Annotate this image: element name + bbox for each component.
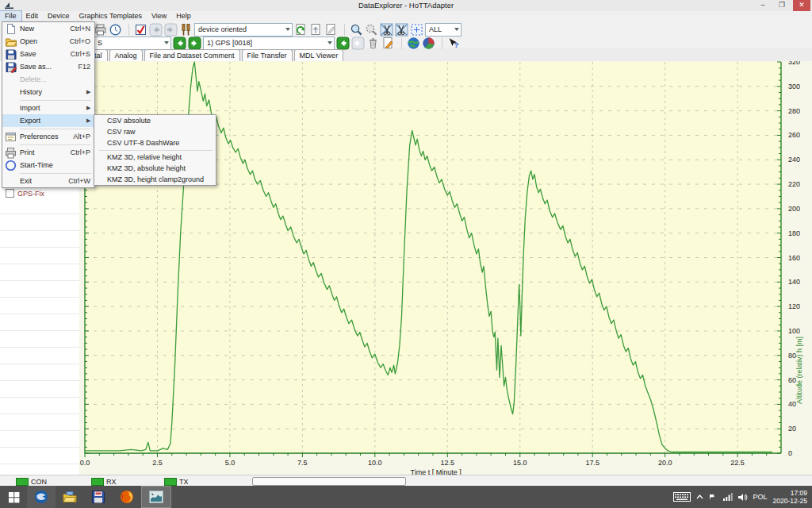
menu-edit[interactable]: Edit xyxy=(21,11,44,21)
menubar: FileEditDeviceGraphics TemplatesViewHelp xyxy=(0,11,812,21)
channel-select[interactable]: ALL xyxy=(425,23,462,37)
kmz-globe-icon[interactable] xyxy=(422,37,435,50)
file-menu-item-history[interactable]: History▶ xyxy=(2,86,94,98)
fit-graph-icon[interactable] xyxy=(410,23,423,37)
keyboard-icon[interactable] xyxy=(673,492,691,502)
dataexplorer-button[interactable] xyxy=(141,486,171,508)
svg-text:20: 20 xyxy=(788,425,796,433)
menu-item-label: Print xyxy=(20,148,67,156)
toolbar-separator xyxy=(396,37,402,49)
zoom-icon[interactable] xyxy=(350,23,363,37)
restore-button[interactable]: ❐ xyxy=(774,0,790,11)
context-help-icon[interactable]: ? xyxy=(447,37,461,50)
clock-icon[interactable] xyxy=(109,23,122,37)
trash-icon[interactable] xyxy=(366,37,380,50)
forward-arrow-icon[interactable] xyxy=(164,23,178,37)
file-menu-item-save[interactable]: SaveCtrl+S xyxy=(2,48,94,60)
close-button[interactable]: ✕ xyxy=(793,0,810,11)
tab-bar: talAnalogFile and Dataset CommentFile Tr… xyxy=(89,48,343,61)
tab-mdl-viewer[interactable]: MDL Viewer xyxy=(294,49,344,61)
menu-graphics-templates[interactable]: Graphics Templates xyxy=(75,11,147,21)
menu-item-shortcut: F12 xyxy=(78,63,92,71)
record-set-icon[interactable] xyxy=(134,23,147,37)
toolbar: device orientedALL S1) GPS [0018]? xyxy=(0,21,812,48)
clock[interactable]: 17:09 2020-12-25 xyxy=(773,489,807,505)
window-title: DataExplorer - HoTTAdapter xyxy=(0,1,812,10)
google-earth-icon[interactable] xyxy=(407,37,420,50)
thunderbird-button[interactable] xyxy=(27,486,56,508)
file-menu-item-save-as-[interactable]: Save as...F12 xyxy=(2,60,94,73)
channel-select-value: ALL xyxy=(429,25,442,33)
gpsfix-label: GPS-Fix xyxy=(17,190,44,198)
menu-item-label: Open xyxy=(20,37,67,45)
cut-right-icon[interactable] xyxy=(395,23,408,37)
chevron-down-icon xyxy=(454,28,459,31)
svg-text:0: 0 xyxy=(788,449,792,457)
export-file-icon[interactable] xyxy=(309,23,323,37)
export-menu-item-csv-utf-8-dashware[interactable]: CSV UTF-8 DashWare xyxy=(94,137,216,148)
menu-help[interactable]: Help xyxy=(171,11,196,21)
file-menu-item-start-time[interactable]: Start-Time xyxy=(2,159,94,171)
menu-device[interactable]: Device xyxy=(43,11,75,21)
export-menu-item-kmz-3d-absolute-height[interactable]: KMZ 3D, absolute height xyxy=(94,163,216,174)
menu-item-label: Export xyxy=(20,117,83,125)
export-menu-item-kmz-3d-relative-height[interactable]: KMZ 3D, relative height xyxy=(94,152,216,163)
file-menu-item-import[interactable]: Import▶ xyxy=(2,102,94,114)
floppy-app-button[interactable] xyxy=(84,486,113,508)
pan-icon[interactable] xyxy=(365,23,378,37)
menu-item-shortcut: Ctrl+S xyxy=(71,50,92,58)
menu-item-label: New xyxy=(20,25,67,33)
svg-text:12.5: 12.5 xyxy=(441,459,455,467)
gpsfix-checkbox[interactable] xyxy=(6,189,14,198)
printer-icon[interactable] xyxy=(94,23,107,37)
file-menu-item-print[interactable]: PrintCtrl+P xyxy=(2,146,94,159)
menu-view[interactable]: View xyxy=(147,11,171,21)
toolbar-separator xyxy=(124,24,129,36)
file-menu-item-preferences[interactable]: PreferencesAlt+P xyxy=(2,130,94,143)
svg-text:Time t [ Minute ]: Time t [ Minute ] xyxy=(411,468,462,475)
file-menu-item-exit[interactable]: ExitCtrl+W xyxy=(2,175,94,187)
export-menu-item-csv-absolute[interactable]: CSV absolute xyxy=(94,115,216,126)
explorer-button[interactable] xyxy=(56,486,84,508)
import-file-icon[interactable] xyxy=(294,23,308,37)
export-menu-item-kmz-3d-height-clamp2ground[interactable]: KMZ 3D, height clamp2ground xyxy=(94,174,216,185)
clock-time: 17:09 xyxy=(773,489,807,497)
graphics-template-icon[interactable] xyxy=(179,23,193,37)
svg-text:20.0: 20.0 xyxy=(658,459,672,467)
menu-icon-empty xyxy=(4,74,17,86)
back-arrow-icon[interactable] xyxy=(149,23,163,37)
tab-analog[interactable]: Analog xyxy=(109,49,143,61)
minimize-button[interactable]: – xyxy=(755,0,771,11)
start-button[interactable] xyxy=(0,486,27,508)
hidden-icons-chevron[interactable] xyxy=(696,494,703,500)
tab-file-and-dataset-comment[interactable]: File and Dataset Comment xyxy=(144,49,240,61)
volume-icon[interactable] xyxy=(738,493,748,502)
svg-text:22.5: 22.5 xyxy=(730,459,745,467)
view-mode-select[interactable]: device oriented xyxy=(194,23,293,37)
action-center-icon[interactable] xyxy=(709,493,718,502)
preferences-icon xyxy=(4,131,17,143)
edit-comment-icon[interactable] xyxy=(381,37,395,50)
curve-item-gpsfix[interactable]: GPS-Fix xyxy=(6,189,44,198)
tab-file-transfer[interactable]: File Transfer xyxy=(242,49,293,61)
menu-separator xyxy=(20,129,91,129)
export-menu-item-csv-raw[interactable]: CSV raw xyxy=(94,126,216,137)
cut-left-icon[interactable] xyxy=(380,23,393,37)
chevron-down-icon xyxy=(327,41,332,44)
status-con: CON xyxy=(16,478,47,486)
file-menu-item-new[interactable]: NewCtrl+N xyxy=(2,22,94,35)
menu-item-shortcut: Ctrl+O xyxy=(70,37,92,45)
svg-text:7.5: 7.5 xyxy=(297,459,308,467)
firefox-button[interactable] xyxy=(113,486,141,508)
menu-file[interactable]: File xyxy=(0,11,21,21)
edit-file-icon[interactable] xyxy=(324,23,338,37)
submenu-arrow-icon: ▶ xyxy=(86,89,92,95)
file-menu-item-open[interactable]: OpenCtrl+O xyxy=(2,35,94,48)
network-icon[interactable] xyxy=(723,493,733,501)
file-menu-item-export[interactable]: Export▶ xyxy=(2,114,94,127)
menu-item-label: Start-Time xyxy=(20,161,92,169)
menu-separator xyxy=(20,144,91,145)
menu-icon-empty xyxy=(4,102,17,114)
language-indicator[interactable]: POL xyxy=(753,493,768,501)
next-dataset-button[interactable] xyxy=(351,37,365,50)
